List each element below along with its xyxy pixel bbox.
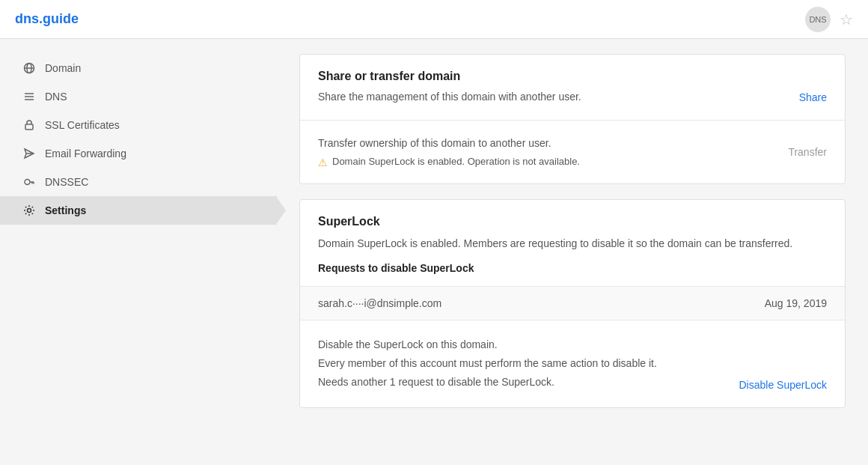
sidebar-label-email-forwarding: Email Forwarding — [45, 148, 126, 159]
sidebar-label-domain: Domain — [45, 62, 81, 74]
superlock-title: SuperLock — [318, 215, 827, 228]
svg-rect-6 — [25, 124, 33, 130]
share-description: Share the management of this domain with… — [318, 89, 581, 105]
header-right: DNS ☆ — [805, 7, 853, 32]
sidebar-label-dnssec: DNSSEC — [45, 176, 88, 188]
transfer-row: Transfer ownership of this domain to ano… — [318, 136, 827, 168]
list-icon — [22, 90, 36, 103]
globe-icon — [22, 61, 36, 75]
sidebar-label-dns: DNS — [45, 91, 67, 103]
superlock-header: SuperLock Domain SuperLock is enabled. M… — [300, 200, 845, 286]
sidebar: Domain DNS SSL Certificates — [0, 39, 277, 465]
transfer-warning-row: ⚠ Domain SuperLock is enabled. Operation… — [318, 156, 580, 168]
superlock-card: SuperLock Domain SuperLock is enabled. M… — [299, 199, 846, 408]
key-icon — [22, 175, 36, 189]
app-header: dns.guide DNS ☆ — [0, 0, 868, 39]
superlock-description: Domain SuperLock is enabled. Members are… — [318, 236, 827, 252]
gear-icon — [22, 204, 36, 217]
transfer-text: Transfer ownership of this domain to ano… — [318, 136, 580, 151]
warning-icon: ⚠ — [318, 156, 328, 168]
user-avatar[interactable]: DNS — [805, 7, 831, 32]
request-date: Aug 19, 2019 — [765, 297, 827, 309]
disable-line2: Every member of this account must perfor… — [318, 354, 724, 373]
send-icon — [22, 147, 36, 160]
share-card-title: Share or transfer domain — [318, 70, 827, 83]
transfer-info: Transfer ownership of this domain to ano… — [318, 136, 580, 168]
svg-point-13 — [28, 209, 31, 213]
disable-text: Disable the SuperLock on this domain. Ev… — [318, 335, 724, 392]
disable-section: Disable the SuperLock on this domain. Ev… — [300, 320, 845, 407]
share-link[interactable]: Share — [799, 91, 827, 103]
svg-point-9 — [25, 180, 30, 185]
sidebar-item-dnssec[interactable]: DNSSEC — [0, 168, 277, 196]
transfer-link: Transfer — [788, 146, 827, 158]
lock-icon — [22, 118, 36, 132]
app-logo[interactable]: dns.guide — [15, 11, 79, 27]
sidebar-item-ssl[interactable]: SSL Certificates — [0, 111, 277, 139]
share-section: Share or transfer domain Share the manag… — [300, 55, 845, 121]
sidebar-item-settings[interactable]: Settings — [0, 196, 277, 225]
sidebar-label-settings: Settings — [45, 204, 86, 216]
share-transfer-card: Share or transfer domain Share the manag… — [299, 54, 846, 184]
request-row: sarah.c····i@dnsimple.com Aug 19, 2019 — [300, 286, 845, 320]
transfer-section: Transfer ownership of this domain to ano… — [300, 121, 845, 183]
disable-line1: Disable the SuperLock on this domain. — [318, 335, 724, 354]
disable-line3: Needs another 1 request to disable the S… — [318, 373, 724, 392]
favorite-icon[interactable]: ☆ — [840, 10, 853, 28]
main-content: Share or transfer domain Share the manag… — [277, 39, 868, 465]
request-email: sarah.c····i@dnsimple.com — [318, 297, 441, 309]
sidebar-item-dns[interactable]: DNS — [0, 82, 277, 111]
share-row: Share the management of this domain with… — [318, 89, 827, 105]
disable-superlock-link[interactable]: Disable SuperLock — [739, 379, 827, 392]
sidebar-item-domain[interactable]: Domain — [0, 54, 277, 82]
transfer-warning-text: Domain SuperLock is enabled. Operation i… — [332, 156, 580, 167]
sidebar-label-ssl: SSL Certificates — [45, 119, 120, 131]
requests-label: Requests to disable SuperLock — [318, 262, 827, 274]
sidebar-item-email-forwarding[interactable]: Email Forwarding — [0, 139, 277, 168]
